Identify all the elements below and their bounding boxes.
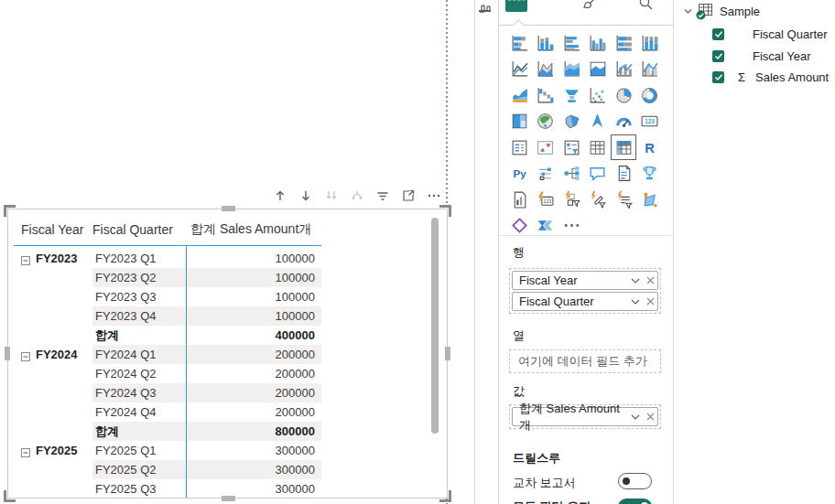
- cross-report-toggle[interactable]: [618, 473, 652, 489]
- columns-well-label: 열: [513, 327, 525, 344]
- column-header[interactable]: 합계 Sales Amount개: [186, 221, 321, 238]
- clustered-bar-chart-icon[interactable]: [558, 30, 584, 56]
- remove-field-icon[interactable]: [643, 273, 657, 288]
- field-pill-fiscal-quarter[interactable]: Fiscal Quarter: [512, 292, 658, 311]
- chevron-down-icon[interactable]: [628, 295, 643, 309]
- ribbon-chart-icon[interactable]: [506, 82, 532, 108]
- 100-stacked-area-chart-icon[interactable]: [585, 57, 611, 82]
- line-clustered-column-chart-icon[interactable]: [637, 57, 663, 82]
- table-row[interactable]: FY2024 Q3200000: [14, 383, 321, 402]
- table-row[interactable]: FY2024 Q4200000: [14, 402, 321, 422]
- keep-filters-toggle[interactable]: [618, 499, 652, 504]
- table-row[interactable]: FY2025 FY2025 Q1300000: [14, 441, 321, 460]
- table-row[interactable]: FY2025 Q3300000: [14, 479, 321, 498]
- filled-map-icon[interactable]: [558, 109, 584, 134]
- pie-chart-icon[interactable]: [611, 82, 636, 108]
- area-chart-icon[interactable]: [533, 57, 558, 82]
- columns-well[interactable]: 여기에 데이터 필드 추가: [509, 349, 661, 373]
- clustered-column-chart-icon[interactable]: [585, 30, 611, 56]
- field-item-fiscal-quarter[interactable]: Fiscal Quarter: [712, 27, 828, 41]
- new-slicer-icon[interactable]: [558, 187, 584, 212]
- matrix-header-row: Fiscal Year Fiscal Quarter 합계 Sales Amou…: [14, 213, 321, 245]
- map-icon[interactable]: [533, 109, 558, 134]
- text-slicer-icon[interactable]: [585, 187, 611, 212]
- qa-icon[interactable]: [585, 161, 611, 187]
- treemap-icon[interactable]: [506, 109, 532, 134]
- checked-checkbox-icon[interactable]: [712, 71, 724, 83]
- remove-field-icon[interactable]: [643, 410, 657, 424]
- keep-filters-label: 모든 필터 유지: [513, 499, 591, 504]
- field-pill-sales-amount[interactable]: 합계 Sales Amount개: [512, 407, 658, 426]
- smart-narrative-icon[interactable]: [611, 161, 636, 187]
- subtotal-row[interactable]: 합계800000: [14, 422, 321, 441]
- table-row[interactable]: FY2023 Q3100000: [14, 287, 321, 306]
- 100-stacked-column-chart-icon[interactable]: [637, 30, 663, 56]
- check-badge-icon: [696, 10, 706, 20]
- filter-lines-icon[interactable]: [374, 188, 390, 204]
- table-icon[interactable]: [585, 134, 611, 160]
- waterfall-chart-icon[interactable]: [533, 82, 558, 108]
- r-script-icon[interactable]: R: [637, 134, 663, 160]
- table-row[interactable]: FY2024 Q2200000: [14, 364, 321, 383]
- shape-map-icon[interactable]: [637, 187, 663, 212]
- table-row[interactable]: FY2024 FY2024 Q1200000: [14, 345, 321, 364]
- funnel-chart-icon[interactable]: [558, 82, 584, 108]
- collapse-icon[interactable]: [21, 350, 30, 359]
- go-to-next-level-icon[interactable]: [323, 188, 339, 204]
- field-item-fiscal-year[interactable]: Fiscal Year: [712, 49, 811, 63]
- focus-mode-icon[interactable]: [400, 188, 416, 204]
- remove-field-icon[interactable]: [643, 295, 657, 309]
- rows-well[interactable]: Fiscal Year Fiscal Quarter: [509, 268, 661, 314]
- slicer-icon[interactable]: [558, 134, 584, 160]
- build-visual-tab[interactable]: [505, 0, 528, 16]
- chevron-down-icon[interactable]: [628, 410, 643, 424]
- values-well[interactable]: 합계 Sales Amount개: [509, 404, 661, 429]
- matrix-icon[interactable]: [611, 134, 636, 160]
- matrix-visual[interactable]: Fiscal Year Fiscal Quarter 합계 Sales Amou…: [7, 209, 448, 499]
- line-chart-icon[interactable]: [506, 57, 532, 82]
- 100-stacked-bar-chart-icon[interactable]: [611, 30, 636, 56]
- key-influencers-icon[interactable]: [533, 161, 558, 187]
- table-row[interactable]: FY2023 Q4100000: [14, 306, 321, 326]
- stacked-area-chart-icon[interactable]: [558, 57, 584, 82]
- column-header[interactable]: Fiscal Quarter: [92, 222, 186, 237]
- decomposition-tree-icon[interactable]: [558, 161, 584, 187]
- checked-checkbox-icon[interactable]: [712, 50, 724, 62]
- azure-map-icon[interactable]: [585, 109, 611, 134]
- column-header[interactable]: Fiscal Year: [14, 222, 92, 237]
- table-icon: [697, 4, 714, 19]
- card-icon[interactable]: 123: [637, 109, 663, 134]
- format-visual-tab[interactable]: [582, 0, 598, 16]
- drill-up-icon[interactable]: [272, 188, 287, 204]
- collapse-icon[interactable]: [21, 446, 30, 456]
- more-options-icon[interactable]: [426, 188, 441, 204]
- field-item-sales-amount[interactable]: Σ Sales Amount: [712, 70, 829, 84]
- field-pill-fiscal-year[interactable]: Fiscal Year: [512, 271, 658, 290]
- metrics-icon[interactable]: [637, 161, 663, 187]
- table-row[interactable]: FY2023 FY2023 Q1 100000: [14, 249, 321, 268]
- scatter-chart-icon[interactable]: [585, 82, 611, 108]
- table-row[interactable]: FY2025 Q2300000: [14, 460, 321, 479]
- python-icon[interactable]: Py: [506, 161, 532, 187]
- list-slicer-icon[interactable]: [611, 187, 636, 212]
- stacked-column-chart-icon[interactable]: [533, 30, 558, 56]
- kpi-icon[interactable]: [533, 134, 558, 160]
- stacked-bar-chart-icon[interactable]: [506, 30, 532, 56]
- gauge-icon[interactable]: [611, 109, 636, 134]
- subtotal-row[interactable]: 합계400000: [14, 326, 321, 345]
- vertical-scrollbar[interactable]: [431, 218, 439, 434]
- table-node-sample[interactable]: Sample: [683, 4, 760, 19]
- analytics-tab[interactable]: [638, 0, 654, 16]
- collapse-icon[interactable]: [21, 254, 30, 263]
- drill-down-icon[interactable]: [298, 188, 313, 204]
- table-row[interactable]: FY2023 Q2100000: [14, 268, 321, 287]
- new-card-icon[interactable]: 123: [533, 187, 558, 212]
- drillthrough-label: 드릴스루: [513, 450, 560, 466]
- expand-all-icon[interactable]: [349, 188, 364, 204]
- paginated-report-icon[interactable]: [506, 187, 532, 212]
- checked-checkbox-icon[interactable]: [712, 28, 724, 40]
- line-stacked-column-chart-icon[interactable]: [611, 57, 636, 82]
- donut-chart-icon[interactable]: [637, 82, 663, 108]
- multi-row-card-icon[interactable]: [506, 134, 532, 160]
- chevron-down-icon[interactable]: [628, 273, 643, 288]
